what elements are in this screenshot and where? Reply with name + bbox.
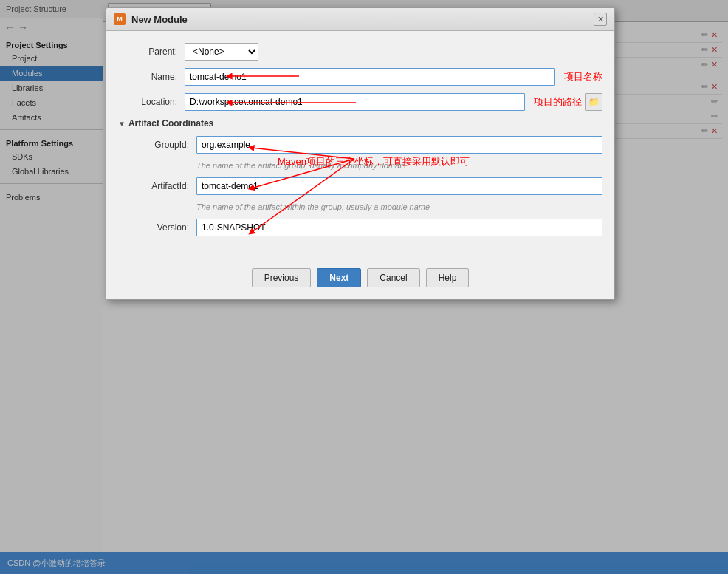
dialog-body: Parent: <None> Name: 项目名称 Location: <box>106 31 614 256</box>
version-label: Version: <box>130 222 196 233</box>
browse-folder-button[interactable]: 📁 <box>585 93 602 111</box>
groupid-label: GroupId: <box>130 140 196 150</box>
artifact-section-title: Artifact Coordinates <box>128 118 213 129</box>
parent-field: <None> <box>185 43 602 61</box>
artifact-section-content: GroupId: The name of the artifact group,… <box>130 136 602 236</box>
artifactid-field <box>196 177 602 195</box>
name-annotation: 项目名称 <box>564 70 602 83</box>
dialog-close-button[interactable]: ✕ <box>594 13 607 26</box>
previous-button[interactable]: Previous <box>252 268 312 287</box>
artifactid-label: ArtifactId: <box>130 181 196 191</box>
parent-row: Parent: <None> <box>118 43 602 61</box>
dialog-titlebar: M New Module ✕ <box>106 8 614 31</box>
parent-label: Parent: <box>118 47 185 57</box>
dialog-icon: M <box>114 13 126 25</box>
artifactid-hint: The name of the artifact within the grou… <box>196 202 602 211</box>
name-row: Name: 项目名称 <box>118 68 602 86</box>
help-button[interactable]: Help <box>426 268 470 287</box>
location-annotation: 项目的路径 <box>534 95 582 109</box>
collapse-triangle-icon: ▼ <box>118 120 126 128</box>
dialog-title-left: M New Module <box>114 13 188 25</box>
name-field: 项目名称 <box>185 68 602 86</box>
version-input[interactable] <box>196 219 602 236</box>
new-module-dialog: M New Module ✕ Parent: <None> Name: <box>106 7 615 300</box>
name-label: Name: <box>118 72 185 82</box>
artifact-section-header[interactable]: ▼ Artifact Coordinates <box>118 118 602 129</box>
dialog-footer: Previous Next Cancel Help <box>106 256 614 299</box>
location-row: Location: 项目的路径 📁 <box>118 93 602 111</box>
groupid-field <box>196 136 602 154</box>
next-button[interactable]: Next <box>317 268 361 287</box>
dialog-title: New Module <box>131 14 188 25</box>
groupid-input[interactable] <box>196 136 602 154</box>
location-label: Location: <box>118 97 185 107</box>
groupid-row: GroupId: <box>130 136 602 154</box>
ide-background: Project Structure ← → Project Settings P… <box>0 0 728 574</box>
location-field: 项目的路径 📁 <box>185 93 602 111</box>
version-field <box>196 219 602 236</box>
artifactid-input[interactable] <box>196 177 602 195</box>
artifactid-row: ArtifactId: <box>130 177 602 195</box>
version-row: Version: <box>130 219 602 236</box>
cancel-button[interactable]: Cancel <box>367 268 419 287</box>
name-input[interactable] <box>185 68 555 86</box>
parent-select[interactable]: <None> <box>185 43 258 61</box>
location-input[interactable] <box>185 93 525 111</box>
maven-annotation: Maven项目的三个坐标，可直接采用默认即可 <box>278 155 470 168</box>
